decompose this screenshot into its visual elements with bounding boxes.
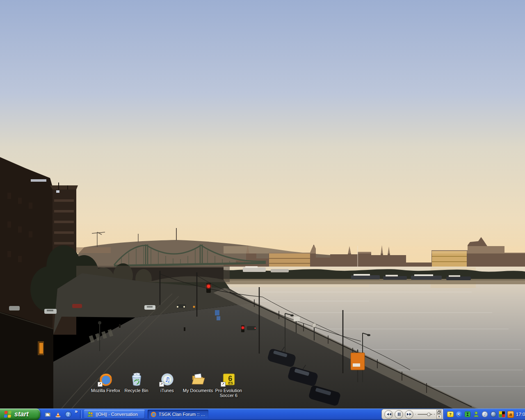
firefox-icon	[151, 411, 157, 418]
desktop-icon-itunes[interactable]: ♫ ↗ iTunes	[152, 372, 183, 398]
itunes-media-toolbar: ▼	[381, 409, 443, 420]
taskbar-clock[interactable]: 17:04	[516, 412, 525, 417]
msn-messenger-icon[interactable]	[473, 411, 479, 418]
sphere-icon[interactable]	[490, 411, 497, 418]
svg-text:♪: ♪	[67, 412, 69, 417]
my-documents-icon	[190, 372, 206, 387]
previous-track-button[interactable]	[384, 410, 393, 419]
green-timer-icon[interactable]	[464, 411, 471, 418]
itunes-tray-icon[interactable]: ♪	[482, 411, 488, 418]
desktop-icon-pro-evolution-soccer-6[interactable]: 6 ES ↗ Pro Evolution Soccer 6	[213, 372, 244, 398]
help-bubble-icon[interactable]: ?	[447, 411, 454, 418]
desktop-icon-row: ↗ Mozilla Firefox Recycle Bin	[90, 372, 250, 398]
taskbar: start	[0, 409, 525, 420]
wallpaper-photo	[0, 0, 525, 409]
svg-text:♫: ♫	[164, 376, 170, 383]
deskband-mini-buttons: ▼	[436, 410, 442, 419]
desktop-icon-my-documents[interactable]: My Documents	[183, 372, 213, 398]
volume-slider-thumb[interactable]	[427, 413, 431, 416]
quick-launch-overflow-chevron[interactable]: »	[75, 409, 78, 414]
system-tray: ? <	[443, 409, 525, 420]
taskbar-button-tsgk-clan-forum[interactable]: TSGK Clan Forum :: P...	[148, 410, 208, 419]
start-label: start	[14, 411, 29, 418]
desktop-icon-mozilla-firefox[interactable]: ↗ Mozilla Firefox	[90, 372, 121, 398]
desktop-icon-label: My Documents	[183, 388, 213, 393]
desktop-screen: ↗ Mozilla Firefox Recycle Bin	[0, 0, 525, 420]
svg-text:ES: ES	[228, 381, 233, 385]
taskbar-button-label: ||OH|| - Conversation	[96, 412, 138, 417]
taskbar-button-label: TSGK Clan Forum :: P...	[159, 412, 205, 417]
desktop-icon-label: iTunes	[160, 388, 174, 393]
messenger-conversation-icon	[87, 411, 94, 418]
deskband-restore-button[interactable]	[436, 410, 442, 414]
volume-slider[interactable]	[418, 414, 432, 415]
next-track-button[interactable]	[405, 410, 413, 419]
taskbar-button-conversation[interactable]: ||OH|| - Conversation	[84, 410, 145, 419]
quick-launch-bar: ♪ »	[40, 409, 82, 420]
deskband-collapse-button[interactable]: ▼	[436, 415, 442, 419]
avg-icon[interactable]	[499, 411, 505, 418]
shortcut-arrow-icon: ↗	[221, 382, 226, 387]
vlc-icon[interactable]	[54, 411, 62, 418]
start-button[interactable]: start	[0, 409, 40, 420]
pause-button[interactable]	[395, 410, 403, 419]
desktop-icon-label: Pro Evolution Soccer 6	[213, 388, 244, 398]
shortcut-arrow-icon: ↗	[159, 382, 164, 387]
desktop-icon-label: Mozilla Firefox	[91, 388, 120, 393]
volume-low-icon	[415, 412, 416, 416]
windows-logo-icon	[3, 410, 12, 419]
desktop-icon-recycle-bin[interactable]: Recycle Bin	[121, 372, 152, 398]
recycle-bin-icon	[129, 372, 144, 387]
volume-high-icon	[434, 412, 435, 417]
hide-icons-chevron[interactable]: <	[456, 411, 462, 418]
orange-a-icon[interactable]: a	[507, 411, 514, 418]
desktop-icon-label: Recycle Bin	[124, 388, 148, 393]
taskbar-empty-area	[211, 409, 381, 420]
taskbar-window-buttons: ||OH|| - Conversation TSGK Clan Forum ::…	[82, 409, 211, 420]
svg-text:♪: ♪	[484, 413, 486, 417]
show-desktop-icon[interactable]	[44, 411, 51, 418]
itunes-quicklaunch-icon[interactable]: ♪	[64, 411, 72, 418]
shortcut-arrow-icon: ↗	[98, 382, 103, 387]
